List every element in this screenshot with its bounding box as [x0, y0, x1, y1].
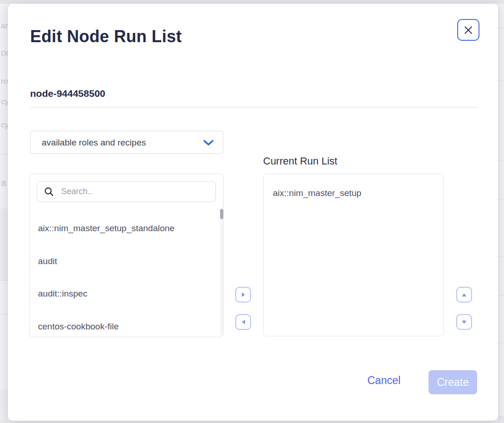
search-input[interactable] [61, 182, 209, 201]
triangle-right-icon [242, 292, 245, 297]
search-box [37, 181, 216, 202]
available-list-item[interactable]: audit [38, 256, 57, 266]
backdrop-text-fragment: cy [1, 120, 8, 130]
node-name-label: node-944458500 [30, 88, 105, 99]
backdrop-divider [498, 28, 504, 28]
triangle-left-icon [242, 320, 245, 324]
backdrop-divider [498, 256, 504, 257]
list-scrollbar-track[interactable] [220, 208, 223, 337]
move-up-button[interactable] [456, 287, 472, 303]
dropdown-selected-label: available roles and recipes [42, 131, 146, 154]
backdrop-divider [0, 154, 8, 155]
search-icon [44, 187, 54, 197]
available-list-item[interactable]: centos-cookbook-file [38, 322, 119, 332]
backdrop-text-fragment: ar [1, 21, 8, 31]
backdrop-divider [0, 314, 8, 315]
backdrop-text-fragment: a [1, 177, 8, 188]
backdrop-text-fragment: ro [1, 77, 8, 86]
move-left-button[interactable] [235, 314, 251, 330]
backdrop-row-block [0, 208, 8, 280]
close-button[interactable] [457, 19, 479, 41]
create-button[interactable]: Create [428, 370, 477, 394]
backdrop-top-strip [0, 0, 504, 4]
available-list-item[interactable]: audit::inspec [38, 289, 88, 299]
list-scrollbar-thumb[interactable] [220, 209, 223, 219]
triangle-down-icon [462, 321, 466, 324]
backdrop-text-fragment: DE [1, 49, 8, 57]
chevron-down-icon [203, 140, 214, 146]
backdrop-text-fragment: cy [1, 97, 8, 107]
available-list-item[interactable]: aix::nim_master_setup_standalone [38, 223, 175, 234]
move-right-button[interactable] [235, 287, 251, 303]
backdrop-divider [498, 295, 504, 296]
node-name-divider [30, 107, 477, 107]
move-down-button[interactable] [456, 314, 472, 330]
edit-node-run-list-modal: Edit Node Run List node-944458500 availa… [8, 4, 498, 421]
close-icon [464, 25, 473, 35]
available-items-panel: aix::nim_master_setup_standalone audit a… [29, 174, 224, 337]
backdrop-divider [0, 280, 8, 281]
modal-title: Edit Node Run List [30, 27, 182, 46]
current-run-list-item[interactable]: aix::nim_master_setup [273, 188, 361, 198]
current-run-list-panel: aix::nim_master_setup [263, 174, 444, 336]
triangle-up-icon [462, 293, 466, 297]
current-run-list-heading: Current Run List [263, 155, 337, 167]
backdrop-divider [498, 343, 504, 343]
backdrop-row-block [498, 416, 504, 423]
backdrop-divider [498, 160, 504, 160]
backdrop-divider [498, 199, 504, 200]
cancel-button[interactable]: Cancel [367, 374, 401, 387]
backdrop-row-block [0, 389, 8, 420]
backdrop-divider [498, 80, 504, 81]
roles-recipes-dropdown[interactable]: available roles and recipes [30, 131, 223, 154]
